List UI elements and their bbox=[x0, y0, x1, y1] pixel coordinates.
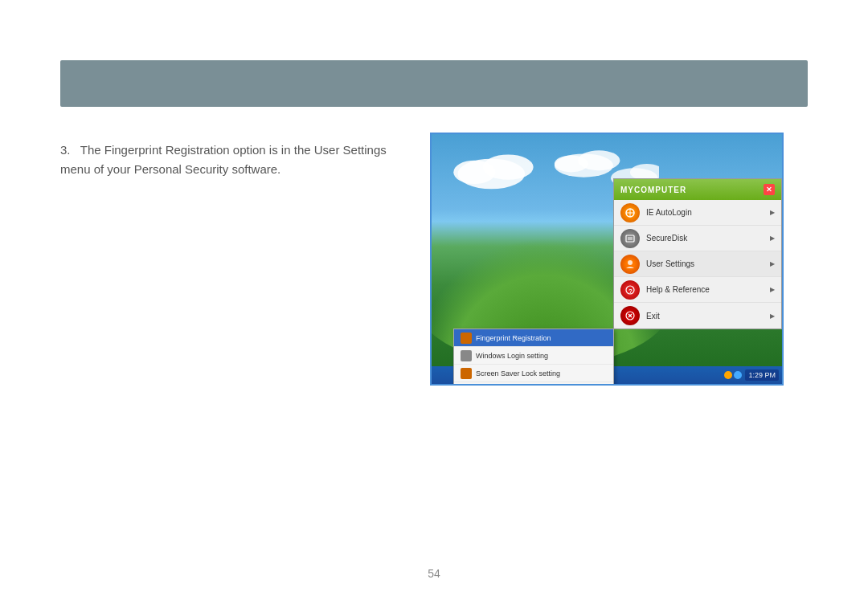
submenu-item-screen-saver[interactable]: Screen Saver Lock setting bbox=[454, 365, 613, 382]
user-settings-arrow: ▶ bbox=[770, 260, 775, 267]
taskbar-icon-2 bbox=[734, 371, 742, 379]
content-area: 3. The Fingerprint Registration option i… bbox=[60, 133, 808, 556]
menu-close-button[interactable]: ✕ bbox=[764, 184, 775, 195]
menu-item-ie-autologin[interactable]: IE AutoLogin ▶ bbox=[614, 200, 781, 226]
header-bar bbox=[60, 60, 808, 107]
securedisk-icon bbox=[620, 229, 640, 248]
step-body: The Fingerprint Registration option is i… bbox=[60, 143, 387, 176]
submenu-item-fingerprint[interactable]: Fingerprint Registration bbox=[454, 329, 613, 347]
menu-title-bar: MYCOMPUTER ✕ bbox=[614, 179, 781, 200]
screenshot-section: MYCOMPUTER ✕ IE AutoLogin ▶ Secure bbox=[430, 133, 808, 386]
user-settings-submenu: Fingerprint Registration Windows Login s… bbox=[453, 329, 614, 386]
screenshot-wrapper: MYCOMPUTER ✕ IE AutoLogin ▶ Secure bbox=[430, 133, 784, 386]
taskbar-icons bbox=[724, 371, 742, 379]
taskbar-icon-1 bbox=[724, 371, 732, 379]
menu-item-securedisk[interactable]: SecureDisk ▶ bbox=[614, 226, 781, 251]
step-description: 3. The Fingerprint Registration option i… bbox=[60, 141, 398, 179]
menu-item-help-reference[interactable]: ? Help & Reference ▶ bbox=[614, 277, 781, 303]
securedisk-label: SecureDisk bbox=[646, 234, 770, 243]
svg-rect-12 bbox=[628, 237, 633, 240]
submenu-item-quick-bar[interactable]: Quick Bar Auto Hiding Setting bbox=[454, 382, 613, 386]
mycomputer-menu: MYCOMPUTER ✕ IE AutoLogin ▶ Secure bbox=[613, 178, 782, 329]
menu-title-text: MYCOMPUTER bbox=[620, 186, 686, 194]
ie-autologin-icon bbox=[620, 203, 640, 222]
ie-autologin-arrow: ▶ bbox=[770, 209, 775, 216]
quick-bar-icon bbox=[461, 386, 472, 386]
step-number: 3. bbox=[60, 143, 71, 157]
windows-login-icon bbox=[461, 350, 472, 361]
user-settings-label: User Settings bbox=[646, 259, 770, 268]
exit-icon bbox=[620, 306, 640, 325]
svg-point-2 bbox=[453, 160, 495, 183]
submenu-item-windows-login[interactable]: Windows Login setting bbox=[454, 347, 613, 365]
fingerprint-label: Fingerprint Registration bbox=[476, 334, 551, 342]
exit-label: Exit bbox=[646, 312, 770, 320]
windows-login-label: Windows Login setting bbox=[476, 352, 548, 360]
exit-arrow: ▶ bbox=[770, 312, 775, 320]
menu-item-exit[interactable]: Exit ▶ bbox=[614, 303, 781, 329]
securedisk-arrow: ▶ bbox=[770, 235, 775, 242]
menu-item-user-settings[interactable]: User Settings ▶ Fingerprint Registration… bbox=[614, 251, 781, 277]
screen-saver-label: Screen Saver Lock setting bbox=[476, 369, 560, 378]
svg-text:?: ? bbox=[628, 288, 633, 295]
help-reference-label: Help & Reference bbox=[646, 285, 770, 294]
help-reference-icon: ? bbox=[620, 280, 640, 300]
help-reference-arrow: ▶ bbox=[770, 286, 775, 293]
fingerprint-icon bbox=[461, 333, 472, 344]
taskbar-clock: 1:29 PM bbox=[745, 369, 779, 381]
ie-autologin-label: IE AutoLogin bbox=[646, 208, 770, 217]
screen-saver-icon bbox=[461, 368, 472, 379]
text-section: 3. The Fingerprint Registration option i… bbox=[60, 133, 398, 179]
user-settings-icon bbox=[620, 255, 640, 274]
svg-point-13 bbox=[628, 260, 633, 265]
page-number: 54 bbox=[428, 567, 440, 580]
svg-point-5 bbox=[555, 155, 588, 172]
